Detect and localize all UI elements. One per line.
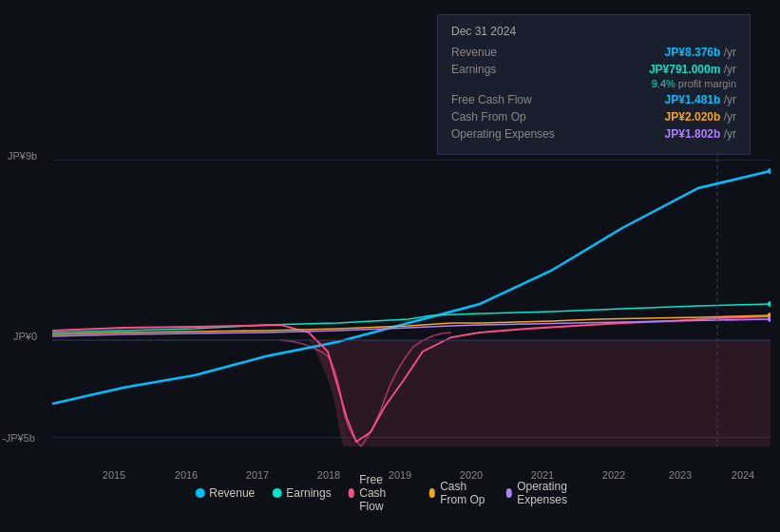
- tooltip-label-opex: Operating Expenses: [451, 127, 555, 141]
- legend-opex: Operating Expenses: [506, 480, 585, 506]
- legend-earnings: Earnings: [272, 486, 331, 500]
- legend-label-revenue: Revenue: [209, 486, 255, 500]
- svg-point-0: [768, 168, 770, 174]
- tooltip-row-revenue: Revenue JP¥8.376b /yr: [451, 46, 736, 59]
- legend-label-fcf: Free Cash Flow: [359, 473, 411, 513]
- chart-svg: [52, 152, 770, 446]
- tooltip-value-cashfromop: JP¥2.020b /yr: [665, 110, 736, 124]
- svg-point-1: [768, 301, 770, 307]
- tooltip-value-fcf: JP¥1.481b /yr: [665, 93, 736, 106]
- y-label-neg5b: -JP¥5b: [2, 432, 35, 444]
- x-label-2023: 2023: [669, 469, 692, 481]
- tooltip-row-fcf: Free Cash Flow JP¥1.481b /yr: [451, 93, 736, 106]
- tooltip-row-earnings: Earnings JP¥791.000m /yr: [451, 63, 736, 76]
- tooltip-value-earnings: JP¥791.000m /yr: [649, 63, 736, 76]
- tooltip-value-opex: JP¥1.802b /yr: [665, 127, 736, 141]
- tooltip-row-opex: Operating Expenses JP¥1.802b /yr: [451, 127, 736, 141]
- tooltip-label-earnings: Earnings: [451, 63, 496, 76]
- legend-dot-earnings: [272, 488, 281, 498]
- tooltip-label-cashfromop: Cash From Op: [451, 110, 526, 124]
- legend-fcf: Free Cash Flow: [349, 473, 412, 513]
- tooltip-box: Dec 31 2024 Revenue JP¥8.376b /yr Earnin…: [437, 14, 751, 155]
- y-label-0: JP¥0: [13, 331, 37, 342]
- legend-cashfromop: Cash From Op: [429, 480, 489, 506]
- legend-dot-opex: [506, 488, 513, 498]
- chart-legend: Revenue Earnings Free Cash Flow Cash Fro…: [195, 473, 585, 513]
- legend-label-earnings: Earnings: [286, 486, 331, 500]
- x-label-2022: 2022: [602, 469, 625, 481]
- legend-dot-fcf: [349, 488, 355, 498]
- tooltip-label-revenue: Revenue: [451, 46, 497, 59]
- x-label-2024: 2024: [732, 469, 754, 481]
- legend-dot-revenue: [195, 488, 204, 498]
- legend-label-opex: Operating Expenses: [517, 480, 585, 506]
- tooltip-label-fcf: Free Cash Flow: [451, 93, 532, 106]
- tooltip-value-revenue: JP¥8.376b /yr: [665, 46, 736, 59]
- chart-container: Dec 31 2024 Revenue JP¥8.376b /yr Earnin…: [0, 0, 780, 532]
- legend-label-cashfromop: Cash From Op: [440, 480, 488, 506]
- tooltip-profit-margin: 9.4% profit margin: [451, 78, 736, 89]
- x-label-2015: 2015: [103, 469, 125, 481]
- tooltip-row-cashfromop: Cash From Op JP¥2.020b /yr: [451, 110, 736, 124]
- legend-revenue: Revenue: [195, 486, 255, 500]
- y-label-9b: JP¥9b: [8, 150, 37, 162]
- tooltip-title: Dec 31 2024: [451, 25, 736, 38]
- legend-dot-cashfromop: [429, 488, 436, 498]
